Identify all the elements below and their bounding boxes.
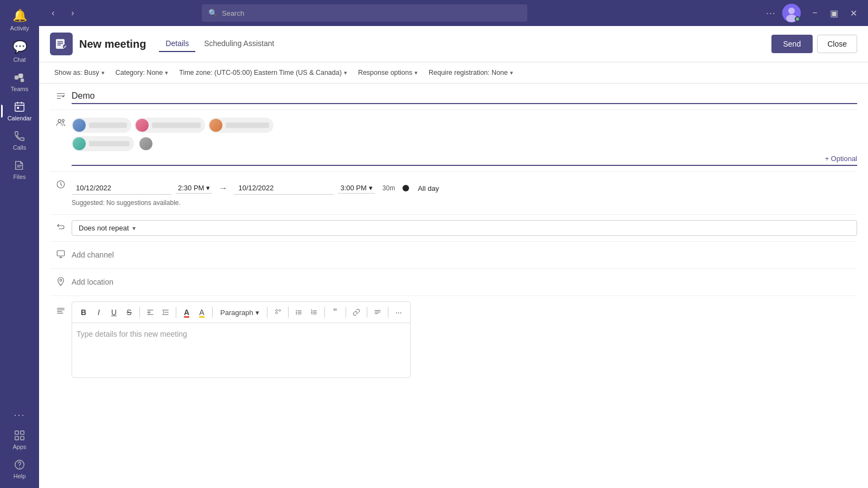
- location-input[interactable]: [72, 274, 857, 290]
- datetime-icon: [50, 177, 72, 189]
- sidebar-teams-label: Teams: [11, 86, 28, 92]
- minimize-button[interactable]: −: [807, 5, 822, 21]
- sidebar-item-activity[interactable]: 🔔 Activity: [1, 4, 38, 36]
- response-options-button[interactable]: Response options ▾: [354, 67, 422, 79]
- svg-rect-11: [21, 431, 24, 434]
- end-date-input[interactable]: [234, 182, 334, 195]
- attendee-avatar-2: [136, 119, 149, 132]
- attendee-avatar-1: [73, 119, 86, 132]
- attendee-chip-2[interactable]: [135, 118, 205, 133]
- search-icon: 🔍: [208, 9, 218, 17]
- svg-rect-27: [57, 251, 65, 256]
- forward-button[interactable]: ›: [65, 5, 80, 21]
- optional-link[interactable]: + Optional: [825, 155, 857, 163]
- sidebar-item-calls[interactable]: Calls: [1, 126, 38, 155]
- category-button[interactable]: Category: None ▾: [111, 67, 173, 79]
- quote-button[interactable]: ": [328, 305, 342, 319]
- italic-button[interactable]: I: [92, 305, 106, 319]
- svg-point-24: [58, 119, 61, 122]
- start-time-chevron: ▾: [206, 184, 210, 192]
- sidebar-item-label: Activity: [10, 25, 29, 31]
- repeat-row: Does not repeat ▾: [50, 215, 857, 242]
- duration-dot: [403, 185, 409, 191]
- response-label: Response options: [358, 69, 412, 76]
- font-color-button[interactable]: A: [180, 305, 194, 319]
- location-icon: [50, 274, 72, 286]
- link-button[interactable]: [349, 305, 363, 319]
- title-input[interactable]: [72, 89, 857, 104]
- increase-indent-button[interactable]: [158, 305, 173, 319]
- back-button[interactable]: ‹: [46, 5, 61, 21]
- bold-button[interactable]: B: [76, 305, 91, 319]
- category-label: Category: None: [116, 69, 163, 76]
- bullet-list-button[interactable]: [292, 305, 306, 319]
- sidebar-item-files[interactable]: Files: [1, 155, 38, 184]
- user-avatar[interactable]: [782, 4, 801, 22]
- align-button[interactable]: [371, 305, 385, 319]
- close-meeting-button[interactable]: Close: [817, 35, 857, 53]
- editor-row: B I U S: [50, 296, 857, 383]
- show-as-label: Show as: Busy: [54, 69, 99, 76]
- svg-point-39: [296, 313, 297, 314]
- duration-badge: 30m: [379, 183, 398, 193]
- sidebar-item-apps[interactable]: Apps: [1, 425, 38, 454]
- sidebar-help-label: Help: [14, 473, 26, 479]
- strikethrough-button[interactable]: S: [122, 305, 136, 319]
- files-icon: [14, 159, 25, 171]
- search-input[interactable]: [222, 9, 521, 17]
- attendee-chip-3[interactable]: [208, 118, 273, 133]
- end-time-selector[interactable]: 3:00 PM ▾: [338, 183, 374, 194]
- editor-body[interactable]: Type details for this new meeting: [72, 323, 410, 377]
- sidebar-item-chat[interactable]: 💬 Chat: [1, 36, 38, 67]
- window-close-button[interactable]: ✕: [846, 5, 861, 21]
- sidebar-item-more[interactable]: ···: [1, 405, 38, 425]
- timezone-label: Time zone: (UTC-05:00) Eastern Time (US …: [179, 69, 342, 76]
- datetime-row: 2:30 PM ▾ → 3:00 PM ▾ 30m All: [50, 172, 857, 215]
- registration-label: Require registration: None: [429, 69, 508, 76]
- online-status: [795, 16, 800, 22]
- start-date-input[interactable]: [72, 182, 171, 195]
- numbered-list-button[interactable]: 1.2.3.: [307, 305, 321, 319]
- category-chevron: ▾: [165, 69, 168, 76]
- sidebar-item-help[interactable]: Help: [1, 454, 38, 484]
- tab-bar: Details Scheduling Assistant: [159, 36, 280, 52]
- editor-toolbar: B I U S: [72, 302, 410, 323]
- activity-icon: 🔔: [12, 9, 27, 23]
- sidebar-files-label: Files: [13, 174, 25, 180]
- tab-details[interactable]: Details: [159, 36, 195, 52]
- tab-scheduling[interactable]: Scheduling Assistant: [197, 36, 280, 52]
- channel-icon: [50, 247, 72, 259]
- custom-style-button[interactable]: [271, 305, 285, 319]
- start-time-selector[interactable]: 2:30 PM ▾: [176, 183, 212, 194]
- sidebar-item-teams[interactable]: Teams: [1, 67, 38, 97]
- attendee-chip-4[interactable]: [72, 136, 134, 151]
- teams-icon: [14, 72, 25, 84]
- maximize-button[interactable]: ▣: [827, 5, 842, 21]
- more-formatting-button[interactable]: ···: [392, 305, 406, 319]
- decrease-indent-button[interactable]: [143, 305, 157, 319]
- attendee-chip-1[interactable]: [72, 118, 131, 133]
- toolbar-sep-1: [139, 307, 140, 318]
- attendee-name-4: [89, 141, 130, 146]
- show-as-button[interactable]: Show as: Busy ▾: [50, 67, 109, 79]
- more-options-button[interactable]: ···: [766, 8, 776, 19]
- send-button[interactable]: Send: [771, 35, 813, 53]
- editor-icon: [50, 301, 72, 316]
- svg-rect-1: [18, 74, 23, 78]
- repeat-selector[interactable]: Does not repeat ▾: [72, 220, 857, 236]
- channel-input[interactable]: [72, 247, 857, 263]
- editor-row-inner: B I U S: [50, 301, 411, 378]
- location-content: [72, 274, 857, 290]
- channel-content: [72, 247, 857, 263]
- highlight-button[interactable]: A: [195, 305, 209, 319]
- sidebar-item-calendar[interactable]: Calendar: [1, 97, 38, 126]
- repeat-icon: [50, 220, 72, 232]
- attendee-avatar-4: [73, 137, 86, 150]
- paragraph-button[interactable]: Paragraph ▾: [216, 306, 264, 319]
- registration-button[interactable]: Require registration: None ▾: [424, 67, 518, 79]
- timezone-button[interactable]: Time zone: (UTC-05:00) Eastern Time (US …: [175, 67, 352, 79]
- duration-text: 30m: [382, 184, 395, 192]
- chat-icon: 💬: [12, 40, 27, 54]
- underline-button[interactable]: U: [107, 305, 121, 319]
- editor-placeholder: Type details for this new meeting: [76, 330, 187, 338]
